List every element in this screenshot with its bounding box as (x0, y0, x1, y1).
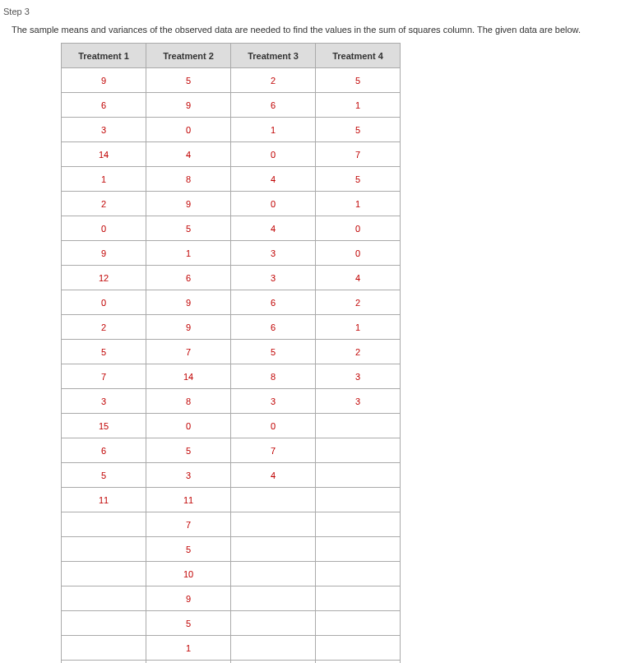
table-row: 0962 (62, 290, 401, 315)
table-cell (231, 586, 316, 611)
step-description: The sample means and variances of the ob… (12, 25, 644, 35)
table-cell (316, 463, 401, 488)
table-cell: 2 (62, 315, 146, 340)
table-row: 3833 (62, 389, 401, 414)
table-cell: 1 (146, 241, 231, 266)
table-cell: 7 (62, 364, 146, 389)
table-row: 12634 (62, 266, 401, 290)
table-row: 10 (62, 562, 401, 586)
table-cell: 3 (231, 266, 316, 290)
table-cell: 1 (316, 315, 401, 340)
table-cell (316, 661, 401, 664)
table-cell (62, 537, 146, 562)
table-cell: 5 (316, 167, 401, 192)
table-cell (62, 562, 146, 586)
table-cell: 0 (231, 192, 316, 216)
table-cell: 6 (231, 290, 316, 315)
table-cell: 5 (146, 216, 231, 241)
table-cell: 4 (231, 167, 316, 192)
table-cell: 14 (146, 364, 231, 389)
step-label: Step 3 (3, 7, 644, 16)
table-row: 1500 (62, 414, 401, 438)
table-cell: 4 (146, 142, 231, 167)
table-cell: 4 (316, 266, 401, 290)
table-cell: 6 (146, 266, 231, 290)
table-cell: 9 (146, 315, 231, 340)
table-cell (316, 438, 401, 463)
table-cell: 3 (316, 364, 401, 389)
table-cell: 5 (146, 438, 231, 463)
table-cell: 0 (231, 142, 316, 167)
table-cell (316, 586, 401, 611)
table-row: 2961 (62, 315, 401, 340)
table-cell (231, 611, 316, 636)
table-cell: 8 (146, 389, 231, 414)
table-cell: 3 (231, 241, 316, 266)
col-header-4: Treatment 4 (316, 44, 401, 68)
table-cell (231, 661, 316, 664)
table-row: 7 (62, 512, 401, 537)
table-row: 1111 (62, 488, 401, 512)
table-cell: 3 (146, 463, 231, 488)
table-cell: 5 (146, 611, 231, 636)
table-cell: 2 (62, 192, 146, 216)
table-cell: 3 (316, 389, 401, 414)
table-cell (231, 636, 316, 661)
table-cell: 5 (146, 537, 231, 562)
table-cell: 9 (146, 192, 231, 216)
table-cell: 1 (316, 93, 401, 118)
table-cell: 0 (62, 216, 146, 241)
table-cell: 7 (146, 340, 231, 364)
table-cell: 9 (146, 93, 231, 118)
table-cell (231, 488, 316, 512)
col-header-3: Treatment 3 (231, 44, 316, 68)
table-cell: 5 (316, 118, 401, 142)
table-cell: 2 (316, 290, 401, 315)
table-cell (231, 562, 316, 586)
table-header-row: Treatment 1 Treatment 2 Treatment 3 Trea… (62, 44, 401, 68)
table-cell: 9 (62, 68, 146, 93)
col-header-2: Treatment 2 (146, 44, 231, 68)
table-cell: 14 (62, 142, 146, 167)
table-cell: 10 (146, 562, 231, 586)
table-cell: 10 (146, 661, 231, 664)
table-cell (316, 611, 401, 636)
table-row: 657 (62, 438, 401, 463)
table-cell: 5 (316, 68, 401, 93)
table-cell: 15 (62, 414, 146, 438)
table-cell (62, 611, 146, 636)
table-cell (231, 537, 316, 562)
table-cell: 11 (146, 488, 231, 512)
table-cell: 6 (62, 438, 146, 463)
table-cell: 1 (62, 167, 146, 192)
table-cell: 9 (146, 290, 231, 315)
table-cell: 0 (146, 414, 231, 438)
table-cell: 3 (62, 118, 146, 142)
table-row: 0540 (62, 216, 401, 241)
table-cell: 7 (146, 512, 231, 537)
table-cell: 7 (316, 142, 401, 167)
table-cell: 8 (146, 167, 231, 192)
table-cell: 0 (316, 241, 401, 266)
table-cell: 5 (146, 68, 231, 93)
table-cell (62, 636, 146, 661)
table-cell: 0 (231, 414, 316, 438)
table-row: 3015 (62, 118, 401, 142)
table-row: 5 (62, 611, 401, 636)
table-cell (316, 537, 401, 562)
table-cell: 3 (231, 389, 316, 414)
table-cell: 4 (231, 463, 316, 488)
table-cell (316, 488, 401, 512)
table-cell (62, 586, 146, 611)
table-cell: 0 (62, 290, 146, 315)
table-cell (316, 414, 401, 438)
table-cell: 11 (62, 488, 146, 512)
table-cell: 6 (231, 315, 316, 340)
table-cell: 5 (231, 340, 316, 364)
table-row: 10 (62, 661, 401, 664)
data-table: Treatment 1 Treatment 2 Treatment 3 Trea… (61, 43, 401, 663)
table-cell (316, 562, 401, 586)
table-cell: 5 (62, 463, 146, 488)
table-cell (62, 512, 146, 537)
table-cell: 0 (146, 118, 231, 142)
